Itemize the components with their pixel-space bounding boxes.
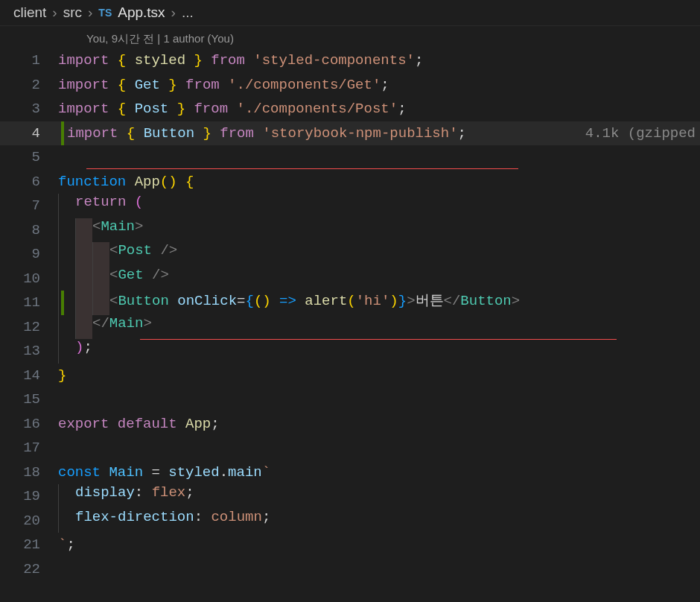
line-number: 11 xyxy=(0,294,58,311)
code-line[interactable]: 14 } xyxy=(0,364,700,388)
code-line[interactable]: 8 <Main> xyxy=(0,218,700,243)
line-number: 3 xyxy=(0,101,58,117)
line-number: 20 xyxy=(0,513,58,529)
code-line[interactable]: 1 import { styled } from 'styled-compone… xyxy=(0,48,700,73)
line-number: 9 xyxy=(0,246,58,262)
code-line[interactable]: 7 return ( xyxy=(0,194,700,218)
code-line-current[interactable]: 4 import { Button } from 'storybook-npm-… xyxy=(0,121,700,146)
ts-icon: TS xyxy=(98,7,112,19)
line-number: 21 xyxy=(0,536,58,553)
line-number: 15 xyxy=(0,391,58,408)
line-number: 16 xyxy=(0,416,58,432)
line-number: 6 xyxy=(0,174,58,190)
line-number: 14 xyxy=(0,367,58,384)
code-line[interactable]: 13 ); xyxy=(0,339,700,364)
line-number: 17 xyxy=(0,440,58,456)
size-inlay: 4.1k (gzipped xyxy=(585,125,696,142)
breadcrumb-file[interactable]: App.tsx xyxy=(118,4,165,21)
line-number: 19 xyxy=(0,488,58,504)
code-line[interactable]: 11 <Button onClick={() => alert('hi')}>버… xyxy=(0,291,700,315)
breadcrumb-seg[interactable]: src xyxy=(63,4,82,21)
code-line[interactable]: 18 const Main = styled.main` xyxy=(0,460,700,485)
breadcrumb[interactable]: client › src › TS App.tsx › ... xyxy=(0,0,700,26)
chevron-right-icon: › xyxy=(88,4,92,21)
code-line[interactable]: 12 </Main> xyxy=(0,315,700,340)
chevron-right-icon: › xyxy=(52,4,57,21)
code-line[interactable]: 20 flex-direction: column; xyxy=(0,509,700,533)
code-line[interactable]: 21 `; xyxy=(0,533,700,557)
breadcrumb-more[interactable]: ... xyxy=(182,4,194,21)
chevron-right-icon: › xyxy=(171,4,176,21)
line-number: 1 xyxy=(0,52,58,69)
line-number: 8 xyxy=(0,222,58,238)
line-number: 5 xyxy=(0,149,58,165)
codelens[interactable]: You, 9시간 전 | 1 author (You) xyxy=(0,29,700,48)
line-number: 13 xyxy=(0,343,58,359)
line-number: 10 xyxy=(0,270,58,287)
code-line[interactable]: 9 <Post /> xyxy=(0,242,700,267)
code-line[interactable]: 17 xyxy=(0,436,700,460)
line-number: 18 xyxy=(0,464,58,481)
code-line[interactable]: 19 display: flex; xyxy=(0,484,700,509)
code-line[interactable]: 3 import { Post } from './components/Pos… xyxy=(0,97,700,121)
line-number: 4 xyxy=(0,125,58,142)
code-line[interactable]: 10 <Get /> xyxy=(0,267,700,291)
line-number: 12 xyxy=(0,319,58,335)
code-line[interactable]: 15 xyxy=(0,387,700,412)
line-number: 2 xyxy=(0,77,58,93)
code-line[interactable]: 6 function App() { xyxy=(0,170,700,194)
code-line[interactable]: 16 export default App; xyxy=(0,412,700,437)
code-line[interactable]: 5 xyxy=(0,145,700,170)
line-number: 7 xyxy=(0,197,58,214)
breadcrumb-seg[interactable]: client xyxy=(13,4,46,21)
line-number: 22 xyxy=(0,561,58,577)
code-editor[interactable]: You, 9시간 전 | 1 author (You) 1 import { s… xyxy=(0,26,700,581)
code-line[interactable]: 2 import { Get } from './components/Get'… xyxy=(0,73,700,98)
code-line[interactable]: 22 xyxy=(0,557,700,582)
